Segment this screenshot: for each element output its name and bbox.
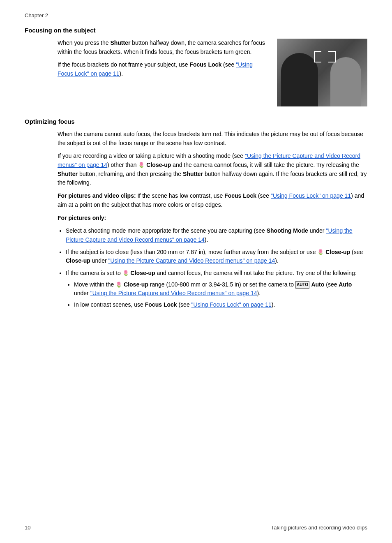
auto-icon: AUTO [295, 281, 309, 289]
section-focusing-title: Focusing on the subject [25, 27, 367, 34]
closeup-icon-2: 🌷 [317, 248, 324, 256]
bullet-item-3: If the camera is set to 🌷 Close-up and c… [66, 269, 367, 310]
section-focusing: Focusing on the subject When you press t… [25, 27, 367, 106]
pictures-only-list: Select a shooting mode more appropriate … [66, 226, 367, 310]
record-menus-link-3[interactable]: "Using the Picture Capture and Video Rec… [108, 257, 275, 264]
page-number: 10 [25, 525, 30, 531]
chapter-label: Chapter 2 [25, 12, 367, 18]
optimizing-para1: When the camera cannot auto focus, the f… [58, 130, 367, 148]
section-optimizing: Optimizing focus When the camera cannot … [25, 118, 367, 310]
record-menus-link-4[interactable]: "Using the Picture Capture and Video Rec… [90, 290, 257, 296]
for-pictures-only-label: For pictures only: [58, 214, 367, 223]
for-pictures-video: For pictures and video clips: If the sce… [58, 192, 367, 209]
footer-caption: Taking pictures and recording video clip… [271, 525, 367, 531]
closeup-icon-4: 🌷 [115, 281, 122, 289]
sub-bullet-list: Move within the 🌷 Close-up range (100-80… [74, 280, 367, 310]
focusing-para1: When you press the Shutter button halfwa… [58, 39, 269, 56]
focusing-para2: If the focus brackets do not frame your … [58, 60, 269, 78]
sub-bullet-item-1: Move within the 🌷 Close-up range (100-80… [74, 280, 367, 298]
bullet-item-2: If the subject is too close (less than 2… [66, 248, 367, 266]
closeup-icon-3: 🌷 [122, 269, 129, 277]
bullet-item-1: Select a shooting mode more appropriate … [66, 226, 367, 244]
optimizing-para2: If you are recording a video or taking a… [58, 152, 367, 187]
closeup-icon-1: 🌷 [138, 161, 145, 169]
focus-lock-link-2[interactable]: "Using Focus Lock" on page 11 [271, 192, 351, 199]
sub-bullet-item-2: In low contrast scenes, use Focus Lock (… [74, 300, 367, 310]
section-optimizing-title: Optimizing focus [25, 118, 367, 125]
page-footer: 10 Taking pictures and recording video c… [25, 525, 367, 531]
focus-lock-link-3[interactable]: "Using Focus Lock" on page 11 [191, 301, 272, 308]
camera-photo [277, 39, 367, 106]
